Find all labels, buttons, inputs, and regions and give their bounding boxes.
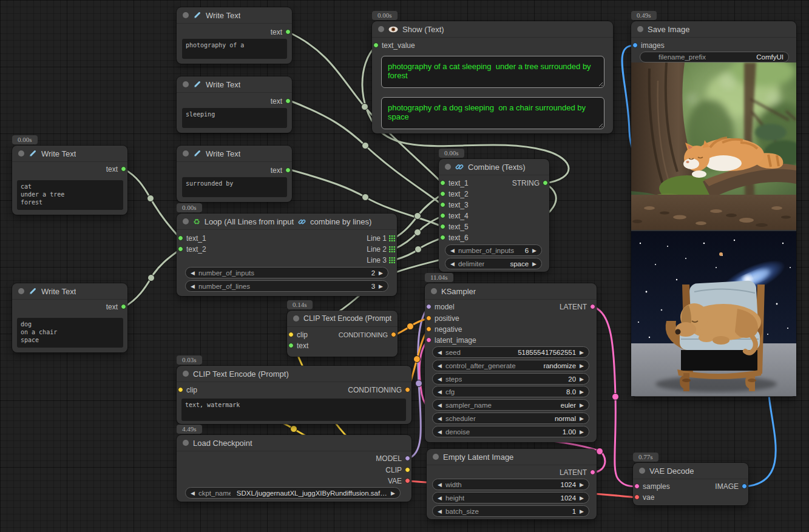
decrement-arrow[interactable]: ◀ xyxy=(438,389,442,395)
input-dot[interactable] xyxy=(178,387,183,392)
slot-row[interactable]: text_3 xyxy=(439,200,549,210)
node-save-image[interactable]: 0.49s Save Image images filename_prefix … xyxy=(631,21,796,397)
preview-image-dog-sleeping-space[interactable] xyxy=(631,231,796,396)
node-titlebar[interactable]: Write Text xyxy=(177,146,292,162)
collapse-dot[interactable] xyxy=(431,288,437,294)
text-area[interactable]: text, watermark xyxy=(181,399,406,421)
increment-arrow[interactable]: ▶ xyxy=(580,508,584,514)
node-titlebar[interactable]: Show (Text) xyxy=(372,21,613,38)
grid-output-icon[interactable] xyxy=(389,257,395,263)
increment-arrow[interactable]: ▶ xyxy=(391,490,395,496)
node-clip-text-encode-negative[interactable]: 0.03s CLIP Text Encode (Prompt) clip CON… xyxy=(177,366,411,424)
node-titlebar[interactable]: Write Text xyxy=(12,146,127,162)
output-slot-text[interactable]: text xyxy=(12,301,127,312)
scheduler-widget[interactable]: ◀ scheduler normal ▶ xyxy=(432,412,589,424)
input-dot[interactable] xyxy=(426,337,432,343)
increment-arrow[interactable]: ▶ xyxy=(580,389,584,395)
output-dot[interactable] xyxy=(405,456,410,461)
node-show-text[interactable]: 0.00s Show (Text) text_value photography… xyxy=(372,21,613,133)
node-write-text-2[interactable]: Write Text text sleeping xyxy=(177,76,292,133)
sampler-name-widget[interactable]: ◀ sampler_name euler ▶ xyxy=(432,399,589,411)
decrement-arrow[interactable]: ◀ xyxy=(438,482,442,488)
text-area[interactable]: surrounded by xyxy=(182,177,287,197)
node-write-text-3[interactable]: 0.00s Write Text text cat under a tree f… xyxy=(12,146,127,215)
ckpt-name-widget[interactable]: ◀ ckpt_name SDXL/juggernautXL_juggXIByRu… xyxy=(185,487,401,499)
slot-row[interactable]: text_1 STRING xyxy=(439,178,549,189)
increment-arrow[interactable]: ▶ xyxy=(580,376,584,382)
slot-row[interactable]: clip CONDITIONING xyxy=(177,385,411,396)
output-dot[interactable] xyxy=(121,166,126,172)
increment-arrow[interactable]: ▶ xyxy=(379,283,383,289)
node-titlebar[interactable]: Write Text xyxy=(177,76,292,93)
increment-arrow[interactable]: ▶ xyxy=(580,429,584,435)
decrement-arrow[interactable]: ◀ xyxy=(438,376,442,382)
node-titlebar[interactable]: Load Checkpoint xyxy=(177,435,411,451)
output-dot[interactable] xyxy=(590,304,595,309)
collapse-dot[interactable] xyxy=(183,12,189,18)
node-titlebar[interactable]: KSampler xyxy=(425,283,597,300)
collapse-dot[interactable] xyxy=(183,150,189,157)
decrement-arrow[interactable]: ◀ xyxy=(438,349,442,355)
number-of-inputs-widget[interactable]: ◀ number_of_inputs 2 ▶ xyxy=(185,267,388,278)
node-write-text-4[interactable]: Write Text text surrounded by xyxy=(177,146,292,202)
preview-image-cat-sleeping-forest[interactable] xyxy=(631,62,796,230)
collapse-dot[interactable] xyxy=(433,454,439,460)
input-slot-text-value[interactable]: text_value xyxy=(372,40,613,51)
slot-row[interactable]: text_2 xyxy=(439,189,549,200)
node-empty-latent-image[interactable]: Empty Latent Image LATENT ◀ width 1024 ▶… xyxy=(427,449,597,519)
collapse-dot[interactable] xyxy=(639,468,645,474)
grid-output-icon[interactable] xyxy=(389,235,395,241)
node-titlebar[interactable]: CLIP Text Encode (Prompt) xyxy=(177,366,411,382)
height-widget[interactable]: ◀ height 1024 ▶ xyxy=(432,492,589,503)
slot-row[interactable]: negative xyxy=(425,324,597,335)
control-after-generate-widget[interactable]: ◀ control_after_generate randomize ▶ xyxy=(432,360,589,371)
collapse-dot[interactable] xyxy=(445,164,451,170)
collapse-dot[interactable] xyxy=(18,288,24,294)
decrement-arrow[interactable]: ◀ xyxy=(438,402,442,408)
collapse-dot[interactable] xyxy=(183,81,189,87)
slot-row[interactable]: vae xyxy=(633,492,748,503)
collapse-dot[interactable] xyxy=(183,440,189,446)
node-titlebar[interactable]: Save Image xyxy=(631,21,796,38)
text-area[interactable]: dog on a chair space xyxy=(17,318,123,348)
input-dot[interactable] xyxy=(440,191,445,197)
input-dot[interactable] xyxy=(440,202,445,207)
grid-output-icon[interactable] xyxy=(389,246,395,252)
input-dot[interactable] xyxy=(440,235,445,240)
decrement-arrow[interactable]: ◀ xyxy=(438,416,442,422)
output-dot[interactable] xyxy=(590,470,595,475)
node-load-checkpoint[interactable]: 4.49s Load Checkpoint MODEL CLIP VAE ◀ c… xyxy=(177,435,411,502)
input-dot[interactable] xyxy=(426,304,432,309)
slot-row[interactable]: clip CONDITIONING xyxy=(287,329,398,340)
node-write-text-5[interactable]: Write Text text dog on a chair space xyxy=(12,283,127,352)
slot-row[interactable]: positive xyxy=(425,313,597,324)
slot-row[interactable]: text_4 xyxy=(439,210,549,221)
increment-arrow[interactable]: ▶ xyxy=(580,402,584,408)
slot-row[interactable]: samples IMAGE xyxy=(633,481,748,492)
decrement-arrow[interactable]: ◀ xyxy=(191,283,195,289)
decrement-arrow[interactable]: ◀ xyxy=(450,261,455,267)
decrement-arrow[interactable]: ◀ xyxy=(438,495,442,501)
text-area[interactable]: photography of a xyxy=(182,39,287,59)
input-dot[interactable] xyxy=(440,180,445,186)
collapse-dot[interactable] xyxy=(183,218,189,224)
decrement-arrow[interactable]: ◀ xyxy=(438,508,442,514)
output-slot-vae[interactable]: VAE xyxy=(177,476,411,487)
batch-size-widget[interactable]: ◀ batch_size 1 ▶ xyxy=(432,505,589,517)
output-slot-text[interactable]: text xyxy=(177,27,292,38)
slot-row[interactable]: text_2 Line 2 xyxy=(177,244,397,255)
output-dot[interactable] xyxy=(742,483,747,489)
input-dot[interactable] xyxy=(634,494,640,500)
collapse-dot[interactable] xyxy=(378,26,384,32)
increment-arrow[interactable]: ▶ xyxy=(532,261,537,267)
output-slot-text[interactable]: text xyxy=(177,165,292,176)
node-write-text-1[interactable]: Write Text text photography of a xyxy=(177,7,292,64)
output-slot-clip[interactable]: CLIP xyxy=(177,465,411,476)
decrement-arrow[interactable]: ◀ xyxy=(438,429,442,435)
node-titlebar[interactable]: Write Text xyxy=(12,283,127,300)
slot-row[interactable]: text_1 Line 1 xyxy=(177,233,397,244)
input-dot[interactable] xyxy=(178,246,183,252)
slot-row[interactable]: text_5 xyxy=(439,221,549,232)
increment-arrow[interactable]: ▶ xyxy=(580,349,584,355)
output-dot[interactable] xyxy=(405,467,410,473)
